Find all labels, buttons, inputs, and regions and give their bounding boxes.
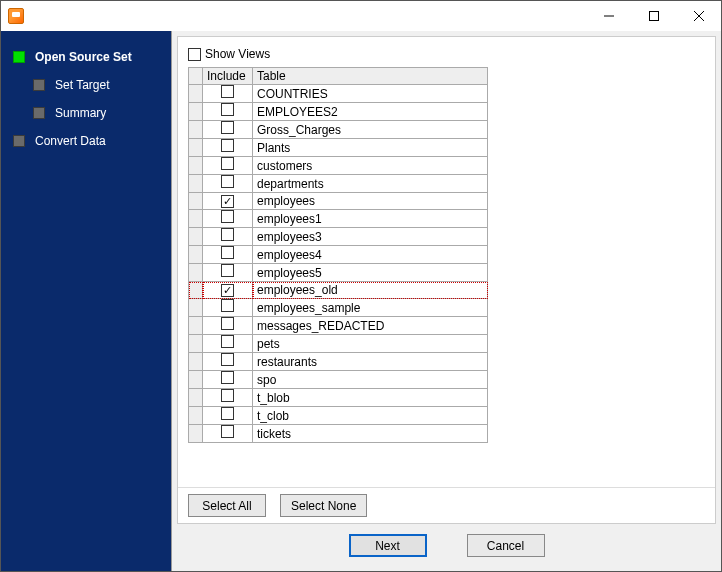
table-name-cell[interactable]: employees3 bbox=[253, 228, 488, 246]
include-checkbox[interactable] bbox=[221, 175, 234, 188]
table-name-cell[interactable]: messages_REDACTED bbox=[253, 317, 488, 335]
row-header[interactable] bbox=[189, 103, 203, 121]
include-checkbox[interactable] bbox=[221, 284, 234, 297]
table-row[interactable]: employees5 bbox=[189, 264, 488, 282]
table-row[interactable]: t_blob bbox=[189, 389, 488, 407]
table-name-cell[interactable]: employees5 bbox=[253, 264, 488, 282]
include-cell[interactable] bbox=[203, 353, 253, 371]
row-header[interactable] bbox=[189, 193, 203, 210]
close-button[interactable] bbox=[676, 1, 721, 31]
table-name-cell[interactable]: pets bbox=[253, 335, 488, 353]
row-header[interactable] bbox=[189, 121, 203, 139]
table-name-cell[interactable]: employees bbox=[253, 193, 488, 210]
include-cell[interactable] bbox=[203, 425, 253, 443]
include-checkbox[interactable] bbox=[221, 139, 234, 152]
maximize-button[interactable] bbox=[631, 1, 676, 31]
include-checkbox[interactable] bbox=[221, 389, 234, 402]
row-header[interactable] bbox=[189, 282, 203, 299]
table-row[interactable]: customers bbox=[189, 157, 488, 175]
table-name-cell[interactable]: Gross_Charges bbox=[253, 121, 488, 139]
include-checkbox[interactable] bbox=[221, 157, 234, 170]
table-row[interactable]: tickets bbox=[189, 425, 488, 443]
include-checkbox[interactable] bbox=[221, 121, 234, 134]
include-cell[interactable] bbox=[203, 193, 253, 210]
row-header[interactable] bbox=[189, 139, 203, 157]
include-cell[interactable] bbox=[203, 121, 253, 139]
table-name-cell[interactable]: tickets bbox=[253, 425, 488, 443]
table-row[interactable]: t_clob bbox=[189, 407, 488, 425]
row-header[interactable] bbox=[189, 210, 203, 228]
row-header[interactable] bbox=[189, 407, 203, 425]
row-header[interactable] bbox=[189, 317, 203, 335]
cancel-button[interactable]: Cancel bbox=[467, 534, 545, 557]
wizard-step[interactable]: Open Source Set bbox=[1, 43, 171, 71]
include-checkbox[interactable] bbox=[221, 228, 234, 241]
table-name-cell[interactable]: COUNTRIES bbox=[253, 85, 488, 103]
table-row[interactable]: EMPLOYEES2 bbox=[189, 103, 488, 121]
include-cell[interactable] bbox=[203, 85, 253, 103]
include-checkbox[interactable] bbox=[221, 210, 234, 223]
include-cell[interactable] bbox=[203, 210, 253, 228]
col-table[interactable]: Table bbox=[253, 68, 488, 85]
table-row[interactable]: restaurants bbox=[189, 353, 488, 371]
table-name-cell[interactable]: employees_old bbox=[253, 282, 488, 299]
include-cell[interactable] bbox=[203, 246, 253, 264]
row-header[interactable] bbox=[189, 353, 203, 371]
include-checkbox[interactable] bbox=[221, 264, 234, 277]
row-header[interactable] bbox=[189, 371, 203, 389]
include-cell[interactable] bbox=[203, 335, 253, 353]
select-all-button[interactable]: Select All bbox=[188, 494, 266, 517]
row-header[interactable] bbox=[189, 425, 203, 443]
include-checkbox[interactable] bbox=[221, 85, 234, 98]
show-views-checkbox[interactable] bbox=[188, 48, 201, 61]
include-cell[interactable] bbox=[203, 103, 253, 121]
include-checkbox[interactable] bbox=[221, 246, 234, 259]
row-header[interactable] bbox=[189, 246, 203, 264]
table-row[interactable]: pets bbox=[189, 335, 488, 353]
row-header[interactable] bbox=[189, 299, 203, 317]
row-header[interactable] bbox=[189, 228, 203, 246]
row-header[interactable] bbox=[189, 175, 203, 193]
row-header[interactable] bbox=[189, 335, 203, 353]
include-cell[interactable] bbox=[203, 299, 253, 317]
row-header[interactable] bbox=[189, 85, 203, 103]
wizard-step[interactable]: Summary bbox=[1, 99, 171, 127]
next-button[interactable]: Next bbox=[349, 534, 427, 557]
row-header[interactable] bbox=[189, 157, 203, 175]
include-checkbox[interactable] bbox=[221, 317, 234, 330]
table-row[interactable]: departments bbox=[189, 175, 488, 193]
include-cell[interactable] bbox=[203, 371, 253, 389]
include-checkbox[interactable] bbox=[221, 335, 234, 348]
table-row[interactable]: Plants bbox=[189, 139, 488, 157]
table-row[interactable]: employees bbox=[189, 193, 488, 210]
include-cell[interactable] bbox=[203, 175, 253, 193]
row-header[interactable] bbox=[189, 389, 203, 407]
table-name-cell[interactable]: departments bbox=[253, 175, 488, 193]
include-cell[interactable] bbox=[203, 282, 253, 299]
include-cell[interactable] bbox=[203, 139, 253, 157]
table-name-cell[interactable]: Plants bbox=[253, 139, 488, 157]
include-cell[interactable] bbox=[203, 157, 253, 175]
include-checkbox[interactable] bbox=[221, 299, 234, 312]
include-cell[interactable] bbox=[203, 407, 253, 425]
table-row[interactable]: employees_sample bbox=[189, 299, 488, 317]
col-include[interactable]: Include bbox=[203, 68, 253, 85]
include-cell[interactable] bbox=[203, 389, 253, 407]
table-row[interactable]: employees1 bbox=[189, 210, 488, 228]
table-name-cell[interactable]: employees1 bbox=[253, 210, 488, 228]
include-checkbox[interactable] bbox=[221, 407, 234, 420]
table-row[interactable]: messages_REDACTED bbox=[189, 317, 488, 335]
table-name-cell[interactable]: t_blob bbox=[253, 389, 488, 407]
include-cell[interactable] bbox=[203, 317, 253, 335]
table-name-cell[interactable]: restaurants bbox=[253, 353, 488, 371]
table-name-cell[interactable]: employees4 bbox=[253, 246, 488, 264]
table-row[interactable]: spo bbox=[189, 371, 488, 389]
include-cell[interactable] bbox=[203, 228, 253, 246]
table-name-cell[interactable]: customers bbox=[253, 157, 488, 175]
select-none-button[interactable]: Select None bbox=[280, 494, 367, 517]
row-header[interactable] bbox=[189, 264, 203, 282]
table-name-cell[interactable]: spo bbox=[253, 371, 488, 389]
table-name-cell[interactable]: t_clob bbox=[253, 407, 488, 425]
table-row[interactable]: employees_old bbox=[189, 282, 488, 299]
table-name-cell[interactable]: employees_sample bbox=[253, 299, 488, 317]
